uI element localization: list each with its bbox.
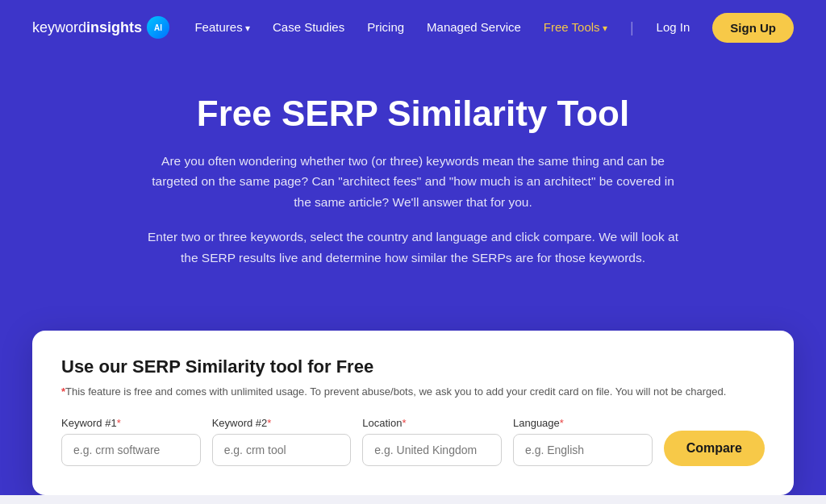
nav-free-tools[interactable]: Free Tools	[544, 20, 607, 34]
language-input[interactable]	[513, 434, 653, 466]
logo-text: keywordinsights	[32, 19, 142, 36]
location-input[interactable]	[362, 434, 502, 466]
keyword2-input[interactable]	[212, 434, 352, 466]
card-heading: Use our SERP Similarity tool for Free	[61, 356, 765, 377]
nav-managed-service[interactable]: Managed Service	[427, 20, 521, 34]
hero-description-1: Are you often wondering whether two (or …	[147, 151, 679, 213]
language-group: Language*	[513, 417, 653, 466]
hero-section: Free SERP Similarity Tool Are you often …	[0, 55, 826, 331]
hero-description-2: Enter two or three keywords, select the …	[147, 227, 679, 268]
compare-button[interactable]: Compare	[664, 431, 765, 466]
hero-title: Free SERP Similarity Tool	[32, 94, 794, 135]
form-row: Keyword #1* Keyword #2* Location* Langua…	[61, 417, 765, 466]
logo[interactable]: keywordinsights AI	[32, 16, 169, 39]
keyword1-input[interactable]	[61, 434, 201, 466]
nav-links: Features Case Studies Pricing Managed Se…	[194, 13, 794, 43]
nav-features[interactable]: Features	[194, 20, 250, 34]
nav-pricing[interactable]: Pricing	[367, 20, 404, 34]
tool-card: Use our SERP Similarity tool for Free *T…	[32, 331, 794, 495]
keyword2-group: Keyword #2*	[212, 417, 352, 466]
nav-divider: |	[630, 19, 634, 35]
logo-badge: AI	[147, 16, 169, 39]
language-label: Language*	[513, 417, 653, 429]
nav-login[interactable]: Log In	[657, 20, 690, 34]
location-label: Location*	[362, 417, 502, 429]
card-disclaimer: *This feature is free and comes with unl…	[61, 385, 765, 398]
keyword1-label: Keyword #1*	[61, 417, 201, 429]
bottom-background	[0, 495, 826, 504]
navbar: keywordinsights AI Features Case Studies…	[0, 0, 826, 55]
keyword1-group: Keyword #1*	[61, 417, 201, 466]
keyword2-label: Keyword #2*	[212, 417, 352, 429]
signup-button[interactable]: Sign Up	[712, 13, 794, 43]
location-group: Location*	[362, 417, 502, 466]
nav-case-studies[interactable]: Case Studies	[273, 20, 344, 34]
